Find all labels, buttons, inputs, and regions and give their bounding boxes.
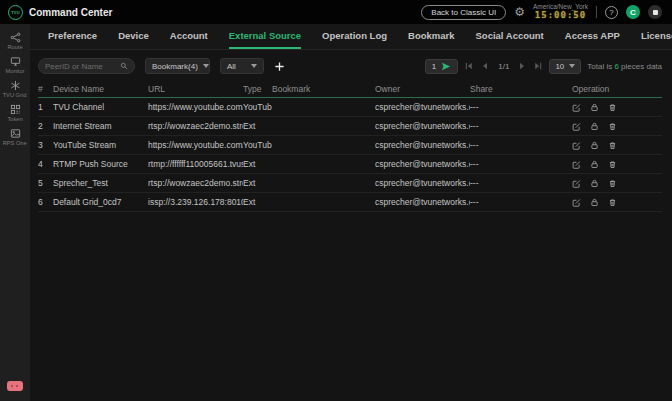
edit-button[interactable] xyxy=(572,160,581,169)
tab[interactable]: Account xyxy=(170,24,208,49)
type-cell: Ext xyxy=(243,178,272,188)
next-page-button[interactable] xyxy=(517,62,527,70)
table-row[interactable]: 5 Sprecher_Test rtsp://wowzaec2demo.stre… xyxy=(38,174,662,193)
square-glyph xyxy=(653,10,658,15)
next-page-icon xyxy=(518,62,526,70)
back-to-classic-button[interactable]: Back to Classic UI xyxy=(421,5,506,20)
external-source-table: #Device NameURLTypeBookmarkOwnerShareOpe… xyxy=(30,81,672,212)
device-name-cell: YouTube Stream xyxy=(53,140,148,150)
page-size-dropdown[interactable]: 10 xyxy=(549,59,581,74)
edit-button[interactable] xyxy=(572,198,581,207)
type-filter-dropdown[interactable]: All xyxy=(220,58,264,74)
first-page-button[interactable] xyxy=(464,62,474,70)
lock-icon xyxy=(590,160,599,169)
operation-cell xyxy=(572,198,662,207)
edit-icon xyxy=(572,179,581,188)
delete-button[interactable] xyxy=(608,179,617,188)
table-row[interactable]: 3 YouTube Stream https://www.youtube.com… xyxy=(38,136,662,155)
search-box xyxy=(38,58,135,74)
lock-button[interactable] xyxy=(590,141,599,150)
help-icon[interactable]: ? xyxy=(605,6,618,19)
device-name-cell: RTMP Push Source xyxy=(53,159,148,169)
tvu-grid-icon xyxy=(10,80,21,91)
column-header: URL xyxy=(148,84,243,94)
lock-button[interactable] xyxy=(590,198,599,207)
clock-display: 15:00:50 xyxy=(535,11,586,21)
go-to-page-icon[interactable] xyxy=(441,62,451,71)
row-number-cell: 1 xyxy=(38,102,53,112)
table-row[interactable]: 1 TVU Channel https://www.youtube.com/wa… xyxy=(38,98,662,117)
sidebar-label: RPS One xyxy=(3,140,27,146)
user-avatar[interactable]: C xyxy=(626,5,640,19)
delete-button[interactable] xyxy=(608,141,617,150)
type-cell: YouTube xyxy=(243,102,272,112)
lock-icon xyxy=(590,103,599,112)
last-page-icon xyxy=(534,62,542,70)
url-cell: https://www.youtube.com/watch?v=2v... xyxy=(148,102,243,112)
url-cell: rtmp://ffffff110005661.tvustream.com... xyxy=(148,159,243,169)
feedback-chat-icon[interactable] xyxy=(7,381,23,391)
add-external-source-button[interactable] xyxy=(274,61,285,72)
sidebar-item-token[interactable]: Token xyxy=(0,101,30,125)
edit-button[interactable] xyxy=(572,103,581,112)
tab[interactable]: Social Account xyxy=(476,24,544,49)
tab[interactable]: Bookmark xyxy=(408,24,454,49)
lock-button[interactable] xyxy=(590,103,599,112)
tab[interactable]: Operation Log xyxy=(322,24,387,49)
trash-icon xyxy=(608,179,617,188)
table-row[interactable]: 4 RTMP Push Source rtmp://ffffff11000566… xyxy=(38,155,662,174)
tab[interactable]: Device xyxy=(118,24,149,49)
row-number-cell: 2 xyxy=(38,121,53,131)
sidebar-item-route[interactable]: Route xyxy=(0,29,30,53)
sidebar-item-rps-one[interactable]: RPS One xyxy=(0,125,30,149)
table-header: #Device NameURLTypeBookmarkOwnerShareOpe… xyxy=(38,81,662,98)
sidebar-item-monitor[interactable]: Monitor xyxy=(0,53,30,77)
settings-gear-icon[interactable]: ⚙ xyxy=(514,6,525,18)
table-row[interactable]: 6 Default Grid_0cd7 issp://3.239.126.178… xyxy=(38,193,662,212)
delete-button[interactable] xyxy=(608,160,617,169)
chevron-down-icon xyxy=(569,64,575,68)
app-title: Command Center xyxy=(29,7,112,18)
apps-menu-icon[interactable] xyxy=(648,5,662,19)
owner-cell: csprecher@tvunetworks.com xyxy=(375,102,470,112)
timezone-clock: America/New_York 15:00:50 xyxy=(533,3,588,20)
lock-button[interactable] xyxy=(590,160,599,169)
lock-icon xyxy=(590,198,599,207)
edit-button[interactable] xyxy=(572,122,581,131)
lock-button[interactable] xyxy=(590,122,599,131)
row-number-cell: 5 xyxy=(38,178,53,188)
bookmark-filter-dropdown[interactable]: Bookmark(4) xyxy=(145,58,210,74)
lock-icon xyxy=(590,141,599,150)
tab[interactable]: Access APP xyxy=(565,24,620,49)
edit-button[interactable] xyxy=(572,141,581,150)
last-page-button[interactable] xyxy=(533,62,543,70)
edit-button[interactable] xyxy=(572,179,581,188)
page-jump-box[interactable]: 1 xyxy=(425,59,458,74)
tab[interactable]: Licensed Feature Report xyxy=(641,24,672,49)
lock-icon xyxy=(590,122,599,131)
top-bar: TVU Command Center Back to Classic UI ⚙ … xyxy=(0,0,672,24)
column-header: Share xyxy=(470,84,572,94)
prev-page-button[interactable] xyxy=(480,62,490,70)
type-cell: YouTube xyxy=(243,140,272,150)
tab[interactable]: Preference xyxy=(48,24,97,49)
page-jump-value: 1 xyxy=(432,62,436,71)
brand: TVU Command Center xyxy=(8,5,112,20)
lock-button[interactable] xyxy=(590,179,599,188)
tab[interactable]: External Source xyxy=(229,24,301,49)
plus-icon xyxy=(274,61,285,72)
row-number-cell: 4 xyxy=(38,159,53,169)
search-icon[interactable] xyxy=(120,62,128,70)
rps-one-icon xyxy=(10,128,21,139)
sidebar-label: Monitor xyxy=(5,68,24,74)
type-cell: Ext xyxy=(243,159,272,169)
delete-button[interactable] xyxy=(608,103,617,112)
operation-cell xyxy=(572,160,662,169)
edit-icon xyxy=(572,198,581,207)
sidebar-item-tvu-grid[interactable]: TVU Grid xyxy=(0,77,30,101)
delete-button[interactable] xyxy=(608,198,617,207)
table-row[interactable]: 2 Internet Stream rtsp://wowzaec2demo.st… xyxy=(38,117,662,136)
token-icon xyxy=(10,104,21,115)
search-input[interactable] xyxy=(45,62,116,71)
delete-button[interactable] xyxy=(608,122,617,131)
